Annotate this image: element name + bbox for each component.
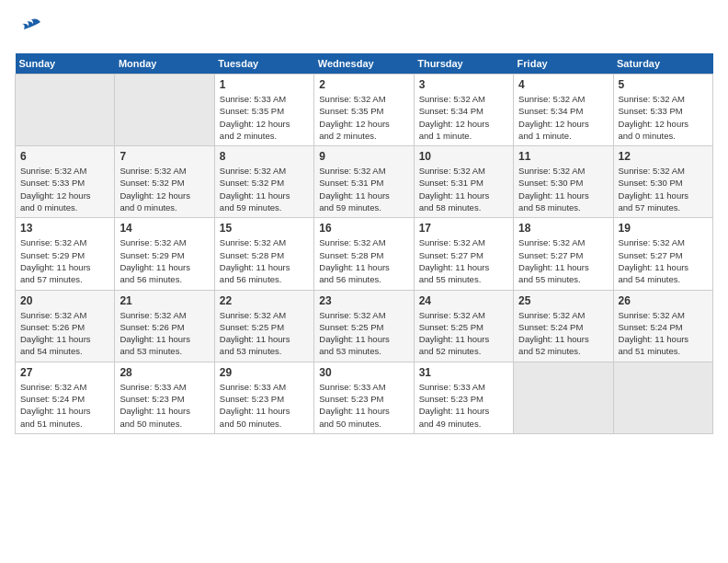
- day-info: Sunrise: 5:32 AMSunset: 5:26 PMDaylight:…: [20, 309, 109, 358]
- day-info: Sunrise: 5:33 AMSunset: 5:23 PMDaylight:…: [220, 381, 309, 430]
- calendar-cell: 15Sunrise: 5:32 AMSunset: 5:28 PMDayligh…: [214, 218, 313, 290]
- calendar-cell: 20Sunrise: 5:32 AMSunset: 5:26 PMDayligh…: [16, 290, 115, 362]
- day-number: 26: [619, 294, 708, 307]
- calendar-cell: 5Sunrise: 5:32 AMSunset: 5:33 PMDaylight…: [613, 75, 712, 146]
- page-header: [15, 15, 713, 44]
- weekday-header-monday: Monday: [115, 53, 214, 75]
- calendar-cell: 7Sunrise: 5:32 AMSunset: 5:32 PMDaylight…: [115, 146, 214, 218]
- day-number: 11: [518, 150, 608, 163]
- day-number: 29: [220, 366, 309, 379]
- calendar-cell: 18Sunrise: 5:32 AMSunset: 5:27 PMDayligh…: [514, 218, 613, 290]
- day-number: 6: [20, 150, 109, 163]
- day-number: 24: [419, 294, 508, 307]
- calendar-cell: 31Sunrise: 5:33 AMSunset: 5:23 PMDayligh…: [414, 362, 513, 433]
- day-number: 2: [319, 78, 408, 91]
- calendar-cell: 21Sunrise: 5:32 AMSunset: 5:26 PMDayligh…: [115, 290, 214, 362]
- day-number: 22: [220, 294, 309, 307]
- day-number: 3: [419, 78, 508, 91]
- day-info: Sunrise: 5:32 AMSunset: 5:32 PMDaylight:…: [119, 165, 209, 213]
- weekday-header-thursday: Thursday: [414, 53, 513, 75]
- day-info: Sunrise: 5:32 AMSunset: 5:26 PMDaylight:…: [119, 309, 209, 358]
- calendar-cell: 11Sunrise: 5:32 AMSunset: 5:30 PMDayligh…: [514, 146, 613, 218]
- day-info: Sunrise: 5:32 AMSunset: 5:27 PMDaylight:…: [419, 236, 508, 285]
- weekday-header-friday: Friday: [514, 53, 613, 75]
- day-info: Sunrise: 5:32 AMSunset: 5:28 PMDaylight:…: [220, 236, 309, 285]
- day-info: Sunrise: 5:32 AMSunset: 5:33 PMDaylight:…: [619, 93, 708, 142]
- calendar-cell: 25Sunrise: 5:32 AMSunset: 5:24 PMDayligh…: [514, 290, 613, 362]
- calendar-week-4: 20Sunrise: 5:32 AMSunset: 5:26 PMDayligh…: [16, 290, 713, 362]
- calendar-cell: 24Sunrise: 5:32 AMSunset: 5:25 PMDayligh…: [414, 290, 513, 362]
- calendar-cell: [613, 362, 712, 433]
- day-number: 10: [419, 150, 508, 163]
- day-info: Sunrise: 5:32 AMSunset: 5:24 PMDaylight:…: [518, 309, 608, 358]
- day-number: 8: [220, 150, 309, 163]
- day-number: 1: [220, 78, 309, 91]
- day-info: Sunrise: 5:32 AMSunset: 5:29 PMDaylight:…: [119, 236, 209, 285]
- calendar-cell: [514, 362, 613, 433]
- day-info: Sunrise: 5:32 AMSunset: 5:35 PMDaylight:…: [319, 93, 408, 142]
- weekday-header-row: SundayMondayTuesdayWednesdayThursdayFrid…: [16, 53, 713, 75]
- calendar-cell: 1Sunrise: 5:33 AMSunset: 5:35 PMDaylight…: [214, 75, 313, 146]
- calendar-cell: 13Sunrise: 5:32 AMSunset: 5:29 PMDayligh…: [16, 218, 115, 290]
- calendar-cell: [115, 75, 214, 146]
- day-info: Sunrise: 5:32 AMSunset: 5:28 PMDaylight:…: [319, 236, 408, 285]
- day-number: 4: [518, 78, 608, 91]
- calendar-cell: 22Sunrise: 5:32 AMSunset: 5:25 PMDayligh…: [214, 290, 313, 362]
- weekday-header-wednesday: Wednesday: [314, 53, 414, 75]
- calendar-cell: 30Sunrise: 5:33 AMSunset: 5:23 PMDayligh…: [314, 362, 414, 433]
- day-number: 17: [419, 222, 508, 235]
- calendar-cell: 16Sunrise: 5:32 AMSunset: 5:28 PMDayligh…: [314, 218, 414, 290]
- day-info: Sunrise: 5:33 AMSunset: 5:23 PMDaylight:…: [119, 381, 209, 430]
- day-number: 14: [119, 222, 209, 235]
- calendar: SundayMondayTuesdayWednesdayThursdayFrid…: [15, 53, 713, 434]
- day-info: Sunrise: 5:32 AMSunset: 5:25 PMDaylight:…: [419, 309, 508, 358]
- logo: [15, 15, 48, 44]
- weekday-header-saturday: Saturday: [613, 53, 712, 75]
- day-number: 7: [119, 150, 209, 163]
- day-info: Sunrise: 5:32 AMSunset: 5:24 PMDaylight:…: [20, 381, 109, 430]
- day-number: 19: [619, 222, 708, 235]
- day-number: 20: [20, 294, 109, 307]
- calendar-cell: 17Sunrise: 5:32 AMSunset: 5:27 PMDayligh…: [414, 218, 513, 290]
- calendar-week-5: 27Sunrise: 5:32 AMSunset: 5:24 PMDayligh…: [16, 362, 713, 433]
- weekday-header-sunday: Sunday: [16, 53, 115, 75]
- day-number: 13: [20, 222, 109, 235]
- calendar-cell: 10Sunrise: 5:32 AMSunset: 5:31 PMDayligh…: [414, 146, 513, 218]
- day-info: Sunrise: 5:32 AMSunset: 5:24 PMDaylight:…: [619, 309, 708, 358]
- calendar-cell: 27Sunrise: 5:32 AMSunset: 5:24 PMDayligh…: [16, 362, 115, 433]
- day-info: Sunrise: 5:32 AMSunset: 5:30 PMDaylight:…: [518, 165, 608, 213]
- day-number: 16: [319, 222, 408, 235]
- calendar-cell: 28Sunrise: 5:33 AMSunset: 5:23 PMDayligh…: [115, 362, 214, 433]
- day-number: 5: [619, 78, 708, 91]
- day-number: 9: [319, 150, 408, 163]
- day-number: 25: [518, 294, 608, 307]
- calendar-cell: 23Sunrise: 5:32 AMSunset: 5:25 PMDayligh…: [314, 290, 414, 362]
- day-number: 15: [220, 222, 309, 235]
- calendar-week-2: 6Sunrise: 5:32 AMSunset: 5:33 PMDaylight…: [16, 146, 713, 218]
- day-info: Sunrise: 5:32 AMSunset: 5:33 PMDaylight:…: [20, 165, 109, 213]
- day-info: Sunrise: 5:33 AMSunset: 5:23 PMDaylight:…: [419, 381, 508, 430]
- calendar-cell: 6Sunrise: 5:32 AMSunset: 5:33 PMDaylight…: [16, 146, 115, 218]
- calendar-cell: 2Sunrise: 5:32 AMSunset: 5:35 PMDaylight…: [314, 75, 414, 146]
- day-info: Sunrise: 5:32 AMSunset: 5:25 PMDaylight:…: [220, 309, 309, 358]
- day-number: 30: [319, 366, 408, 379]
- calendar-week-1: 1Sunrise: 5:33 AMSunset: 5:35 PMDaylight…: [16, 75, 713, 146]
- day-info: Sunrise: 5:32 AMSunset: 5:30 PMDaylight:…: [619, 165, 708, 213]
- day-number: 28: [119, 366, 209, 379]
- calendar-cell: 26Sunrise: 5:32 AMSunset: 5:24 PMDayligh…: [613, 290, 712, 362]
- calendar-cell: 4Sunrise: 5:32 AMSunset: 5:34 PMDaylight…: [514, 75, 613, 146]
- day-info: Sunrise: 5:32 AMSunset: 5:31 PMDaylight:…: [319, 165, 408, 213]
- weekday-header-tuesday: Tuesday: [214, 53, 313, 75]
- day-info: Sunrise: 5:32 AMSunset: 5:34 PMDaylight:…: [419, 93, 508, 142]
- calendar-cell: 29Sunrise: 5:33 AMSunset: 5:23 PMDayligh…: [214, 362, 313, 433]
- day-number: 18: [518, 222, 608, 235]
- day-info: Sunrise: 5:33 AMSunset: 5:35 PMDaylight:…: [220, 93, 309, 142]
- day-number: 12: [619, 150, 708, 163]
- calendar-cell: 8Sunrise: 5:32 AMSunset: 5:32 PMDaylight…: [214, 146, 313, 218]
- day-info: Sunrise: 5:32 AMSunset: 5:27 PMDaylight:…: [619, 236, 708, 285]
- day-info: Sunrise: 5:32 AMSunset: 5:25 PMDaylight:…: [319, 309, 408, 358]
- day-info: Sunrise: 5:32 AMSunset: 5:27 PMDaylight:…: [518, 236, 608, 285]
- day-info: Sunrise: 5:32 AMSunset: 5:32 PMDaylight:…: [220, 165, 309, 213]
- calendar-cell: 12Sunrise: 5:32 AMSunset: 5:30 PMDayligh…: [613, 146, 712, 218]
- day-number: 27: [20, 366, 109, 379]
